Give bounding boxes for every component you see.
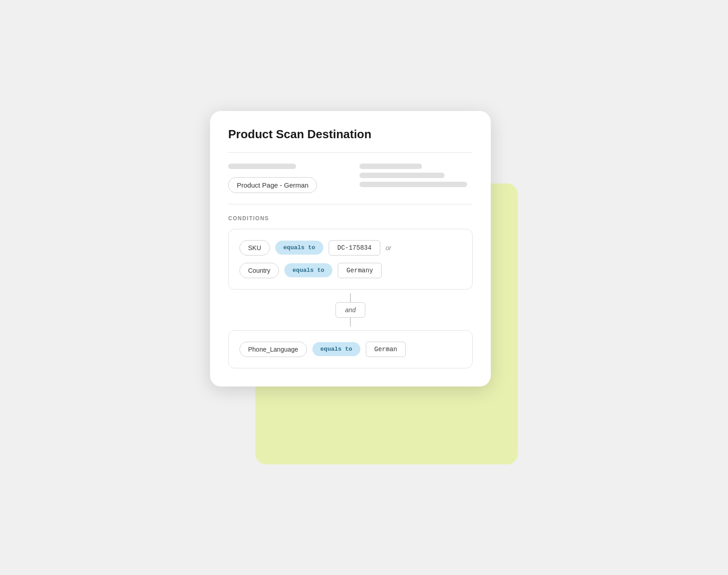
condition-row-3: Phone_Language equals to German [239, 342, 461, 357]
skeleton-line-3 [359, 173, 445, 178]
value-german: German [366, 342, 406, 357]
skeleton-line-4 [359, 182, 467, 187]
connector-line-bottom [350, 318, 351, 327]
condition-group-2: Phone_Language equals to German [228, 330, 473, 368]
right-column [359, 164, 473, 193]
operator-equals-2[interactable]: equals to [284, 263, 332, 277]
section-divider [228, 204, 473, 204]
skeleton-line-1 [228, 164, 296, 169]
field-country[interactable]: Country [239, 263, 279, 278]
top-section: Product Page - German [228, 164, 473, 193]
scene: Product Scan Destination Product Page - … [210, 111, 518, 464]
operator-equals-1[interactable]: equals to [275, 241, 323, 255]
condition-group-1: SKU equals to DC-175834 or Country equal… [228, 229, 473, 290]
value-dc175834: DC-175834 [329, 240, 380, 256]
white-card: Product Scan Destination Product Page - … [210, 111, 491, 387]
left-column: Product Page - German [228, 164, 341, 193]
card-title: Product Scan Destination [228, 127, 473, 141]
or-connector: or [386, 244, 391, 251]
destination-tag[interactable]: Product Page - German [228, 177, 317, 193]
condition-row-2: Country equals to Germany [239, 263, 461, 278]
and-connector: and [228, 293, 473, 327]
and-box[interactable]: and [335, 302, 365, 318]
field-phone-language[interactable]: Phone_Language [239, 342, 307, 357]
title-divider [228, 152, 473, 153]
operator-equals-3[interactable]: equals to [312, 342, 360, 356]
skeleton-line-2 [359, 164, 422, 169]
connector-line-top [350, 293, 351, 302]
condition-row-1: SKU equals to DC-175834 or [239, 240, 461, 256]
field-sku[interactable]: SKU [239, 240, 270, 256]
value-germany: Germany [338, 263, 382, 278]
conditions-label: CONDITIONS [228, 215, 473, 222]
